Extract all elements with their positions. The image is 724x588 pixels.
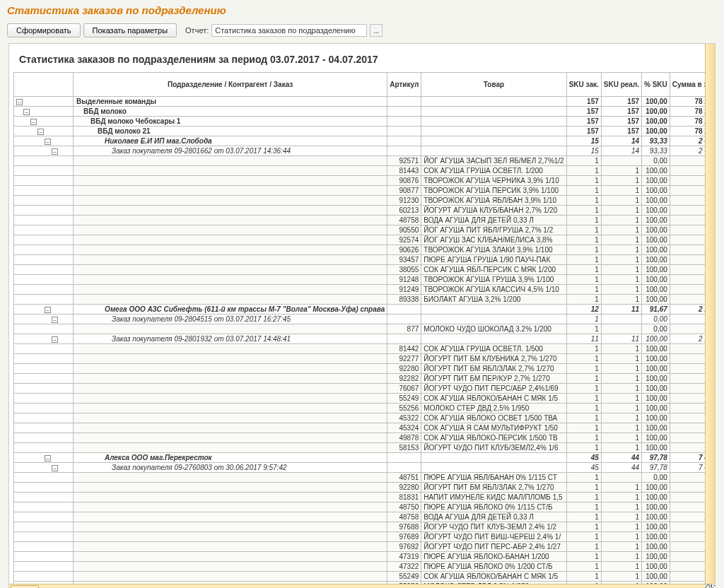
table-row[interactable]: –Заказ покупателя 09-2801932 от 03.07.20… [14,334,716,344]
table-row[interactable]: 93457ПЮРЕ АГУША ГРУША 1/90 ПАУЧ-ПАК11100… [14,255,716,265]
tree-toggle[interactable]: – [45,307,51,313]
table-row[interactable]: 91249ТВОРОЖОК АГУША КЛАССИЧ 4,5% 1/10111… [14,285,716,295]
table-row[interactable]: 90877ТВОРОЖОК АГУША ПЕРСИК 3,9% 1/100111… [14,186,716,196]
tree-toggle[interactable]: – [16,99,23,105]
table-row[interactable]: –ВБД молоко Чебоксары 1157157100,0078 20… [14,117,716,127]
table-row[interactable]: 90876ТВОРОЖОК АГУША ЧЕРНИКА 3,9% 1/10111… [14,176,716,186]
tree-cell: – [14,305,74,314]
cell: 48751 [387,473,421,483]
table-row[interactable]: 92571ЙОГ АГУША ЗАСЫП ЗЕЛ ЯБ/МЕЛ 2,7%1/21… [14,156,716,166]
cell [421,107,566,117]
table-row[interactable]: 91248ТВОРОЖОК АГУША ГРУША 3,9% 1/1001110… [14,275,716,285]
table-row[interactable]: –Заказ покупателя 09-2760803 от 30.06.20… [14,463,716,473]
scrollbar-horizontal[interactable] [9,584,705,588]
tree-cell [14,255,74,265]
table-row[interactable]: –Выделенные команды157157100,0078 204,43… [14,97,716,107]
row-label [74,364,387,374]
table-row[interactable]: 92282ЙОГУРТ ПИТ БМ ПЕР/КУР 2,7% 1/270111… [14,374,716,384]
tree-toggle[interactable]: – [23,109,30,115]
table-row[interactable]: 48750ПЮРЕ АГУША ЯБЛОКО 0% 1/115 СТ/Б1110… [14,502,716,512]
tree-toggle[interactable]: – [52,317,58,323]
cell: 1 [601,364,641,374]
cell: 1 [601,235,641,245]
tree-cell [14,206,74,216]
cell: 15 [566,146,601,156]
table-row[interactable]: 97692ЙОГУРТ ЧУДО ПИТ ПЕРС-АБР 2,4% 1/271… [14,542,716,552]
cell: 1 [601,166,641,176]
tree-toggle[interactable]: – [52,148,58,155]
row-label [74,186,387,196]
table-row[interactable]: 877МОЛОКО ЧУДО ШОКОЛАД 3.2% 1/20010,0068… [14,324,716,334]
tree-cell [14,433,74,443]
tree-toggle[interactable]: – [45,139,51,145]
tree-cell: – [14,117,74,127]
table-row[interactable]: 90626ТВОРОЖОК АГУША ЗЛАКИ 3,9% 1/1001110… [14,245,716,255]
table-row[interactable]: 97689ЙОГУРТ ЧУДО ПИТ ВИШ-ЧЕРЕШ 2,4% 1/11… [14,532,716,542]
table-row[interactable]: 81443СОК АГУША ГРУША ОСВЕТЛ. 1/20011100,… [14,166,716,176]
table-row[interactable]: –ВБД молоко 21157157100,0078 204,4377 31… [14,127,716,136]
tree-toggle[interactable]: – [45,455,51,461]
cell: 1 [566,206,601,216]
table-row[interactable]: –Заказ покупателя 09-2801662 от 03.07.20… [14,146,716,156]
table-row[interactable]: 97688ЙОГУР ЧУДО ПИТ КЛУБ-ЗЕМЛ 2.4% 1/211… [14,522,716,532]
table-row[interactable]: 92280ЙОГУРТ ПИТ БМ ЯБЛ/ЗЛАК 2,7% 1/27011… [14,364,716,374]
row-label [74,483,387,493]
table-row[interactable]: 58153ЙОГУРТ ЧУДО ПИТ КЛУБ/ЗЕМЛ2,4% 1/611… [14,443,716,453]
table-row[interactable]: –Заказ покупателя 09-2804515 от 03.07.20… [14,314,716,324]
cell [421,305,566,314]
scrollbar-vertical[interactable] [705,44,715,584]
table-row[interactable]: –Николаев Е.И ИП маг.Слобода151493,332 6… [14,136,716,146]
table-row[interactable]: 76067ЙОГУРТ ЧУДО ПИТ ПЕРС/АБР 2,4%1/6911… [14,384,716,394]
report-select-picker-button[interactable]: ... [370,24,383,37]
cell: ЙОГУРТ ПИТ БМ ЯБЛ/ЗЛАК 2,7% 1/270 [421,483,566,493]
table-row[interactable]: –Алекса ООО маг.Перекресток454497,787 41… [14,453,716,463]
table-row[interactable]: 48758ВОДА АГУША ДЛЯ ДЕТЕЙ 0,33 Л11100,00… [14,512,716,522]
table-row[interactable]: 48751ПЮРЕ АГУША ЯБЛ/БАНАН 0% 1/115 СТ10,… [14,473,716,483]
cell: 1 [601,196,641,206]
table-row[interactable]: 89338БИОЛАКТ АГУША 3,2% 1/20011100,00105… [14,295,716,305]
cell: 100,00 [642,176,670,186]
tree-cell [14,324,74,334]
table-row[interactable]: 49878СОК АГУША ЯБЛОКО-ПЕРСИК 1/500 ТВ111… [14,433,716,443]
report-label: Отчет: [185,26,209,35]
table-row[interactable]: 92277ЙОГУРТ ПИТ БМ КЛУБНИКА 2,7% 1/27011… [14,354,716,364]
table-row[interactable]: –Омега ООО АЗС Сибнефть (611-й км трассы… [14,305,716,314]
table-row[interactable]: 47319ПЮРЕ АГУША ЯБЛОКО-БАНАН 1/20011100,… [14,552,716,562]
table-row[interactable]: 91230ТВОРОЖОК АГУША ЯБЛ/БАН 3,9% 1/10111… [14,196,716,206]
table-row[interactable]: 92574ЙОГ АГУШ ЗАС КЛ/БАН/МЕЛИСА 3,8%1110… [14,235,716,245]
cell [601,314,641,324]
cell: 11 [601,334,641,344]
row-label [74,156,387,166]
tree-cell: – [14,453,74,463]
tree-toggle[interactable]: – [30,119,37,125]
generate-button[interactable]: Сформировать [7,23,81,37]
table-row[interactable]: 60213ЙОГУРТ АГУША КЛУБ/БАНАН 2,7% 1/2011… [14,206,716,216]
table-row[interactable]: 45324СОК АГУША Я САМ МУЛЬТИФРУКТ 1/50111… [14,423,716,433]
table-row[interactable]: 48758ВОДА АГУША ДЛЯ ДЕТЕЙ 0,33 Л11100,00… [14,216,716,225]
cell: ТВОРОЖОК АГУША ЧЕРНИКА 3,9% 1/10 [421,176,566,186]
row-label [74,176,387,186]
table-row[interactable]: 55256МОЛОКО СТЕР ДВД 2,5% 1/95011100,005… [14,404,716,413]
table-row[interactable]: 38055СОК АГУША ЯБЛ-ПЕРСИК С МЯК 1/200111… [14,265,716,275]
cell: 1 [566,285,601,295]
table-row[interactable]: 45322СОК АГУША ЯБЛОКО ОСВЕТ 1/500 ТВА111… [14,413,716,423]
scrollbar-thumb[interactable] [11,585,39,588]
cell: 48750 [387,502,421,512]
show-params-button[interactable]: Показать параметры [83,23,177,37]
cell: ЙОГУРТ ПИТ БМ КЛУБНИКА 2,7% 1/270 [421,354,566,364]
table-row[interactable]: 90550ЙОГ АГУША ПИТ ЯБЛ/ГРУША 2,7% 1/2111… [14,225,716,235]
tree-toggle[interactable]: – [37,129,44,135]
col-sku-zak: SKU зак. [566,73,601,97]
table-row[interactable]: 55249СОК АГУША ЯБЛОКО/БАНАН С МЯК 1/5111… [14,572,716,582]
table-row[interactable]: 81442СОК АГУША ГРУША ОСВЕТЛ. 1/50011100,… [14,344,716,354]
table-row[interactable]: 92280ЙОГУРТ ПИТ БМ ЯБЛ/ЗЛАК 2,7% 1/27011… [14,483,716,493]
cell: 97688 [387,522,421,532]
table-row[interactable]: –ВБД молоко157157100,0078 204,4377 316,8… [14,107,716,117]
report-select[interactable]: Статистика заказов по подразделению [211,24,367,37]
table-row[interactable]: 47322ПЮРЕ АГУША ЯБЛОКО 0% 1/200 СТ/Б1110… [14,562,716,572]
table-row[interactable]: 55249СОК АГУША ЯБЛОКО/БАНАН С МЯК 1/5111… [14,394,716,404]
tree-toggle[interactable]: – [52,336,58,343]
table-row[interactable]: 81831НАПИТ ИМУНЕЛЕ КИДС МАЛ/ПЛОМБ 1,5111… [14,493,716,502]
cell: СОК АГУША ЯБЛ-ПЕРСИК С МЯК 1/200 [421,265,566,275]
tree-toggle[interactable]: – [52,465,58,471]
